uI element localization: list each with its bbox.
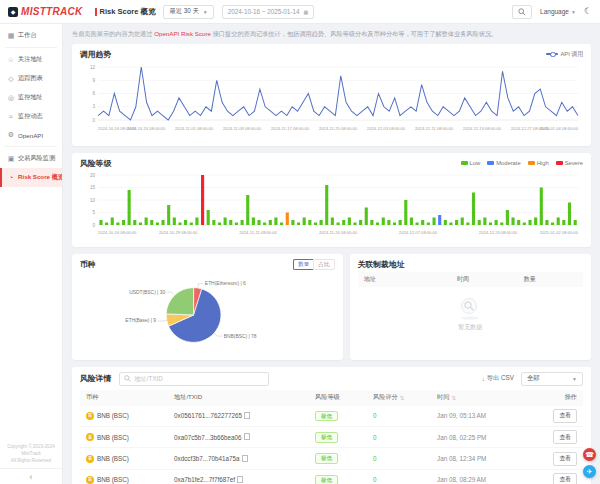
svg-text:2024-12-20 08:00:00: 2024-12-20 08:00:00 bbox=[479, 230, 518, 235]
mode-ratio-button[interactable]: 占比 bbox=[313, 259, 334, 270]
view-button[interactable]: 查看 bbox=[553, 409, 577, 423]
address-link[interactable]: 0xa07c5b7...3b66bea06 bbox=[174, 434, 242, 441]
address-cell: 0xa07c5b7...3b66bea06 bbox=[174, 434, 315, 441]
global-search-button[interactable] bbox=[512, 5, 532, 19]
details-table-body: BBNB (BSC)0x0561761...762277265极低0Jan 09… bbox=[80, 406, 583, 484]
risk-level-badge: 极低 bbox=[315, 432, 338, 443]
sidebar-divider bbox=[5, 47, 57, 48]
coin-cell: BBNB (BSC) bbox=[86, 412, 174, 420]
svg-text:0: 0 bbox=[93, 222, 96, 227]
sidebar-collapse-button[interactable]: ‹ bbox=[0, 468, 62, 484]
sidebar-item-label: 交易风险监测 bbox=[18, 154, 55, 163]
view-button[interactable]: 查看 bbox=[553, 473, 577, 484]
sanctioned-address-panel: 关联制裁地址 地址 时间 数量 暂无数据 bbox=[350, 254, 591, 360]
download-icon: ↓ bbox=[482, 376, 485, 382]
view-button[interactable]: 查看 bbox=[553, 452, 577, 466]
svg-text:2025-01-04 08:00:00: 2025-01-04 08:00:00 bbox=[540, 126, 579, 131]
sidebar-items: ▦工作台☆关注地址◇追踪图表◎监控地址≈监控动态⚙OpenAPI▣交易风险监测◔… bbox=[0, 24, 62, 441]
coin-icon: B bbox=[86, 412, 94, 420]
coin-cell: BBNB (BSC) bbox=[86, 455, 174, 463]
legend-swatch-icon bbox=[556, 161, 563, 165]
sort-icon[interactable]: ⇅ bbox=[451, 395, 456, 401]
coin-icon: B bbox=[86, 433, 94, 441]
risk-score: 0 bbox=[373, 455, 437, 462]
column-header: 操作 bbox=[531, 393, 577, 402]
currency-pie-chart: ETH(Ethereum) | 6BNB(BSC) | 78ETH(Base) … bbox=[80, 272, 335, 356]
dark-mode-toggle[interactable]: ☾ bbox=[584, 7, 592, 16]
sidebar-item-risk-score-overview[interactable]: ◔Risk Score 概览 bbox=[0, 168, 62, 187]
table-row: BBNB (BSC)0xa07c5b7...3b66bea06极低0Jan 08… bbox=[80, 427, 583, 448]
svg-text:BNB(BSC) | 78: BNB(BSC) | 78 bbox=[224, 333, 257, 338]
timestamp: Jan 08, 02:25 PM bbox=[437, 434, 531, 441]
mode-count-button[interactable]: 数量 bbox=[293, 259, 313, 270]
coin-name: BNB (BSC) bbox=[97, 412, 129, 419]
copy-icon[interactable] bbox=[243, 456, 247, 461]
legend-item-high[interactable]: High bbox=[528, 160, 549, 166]
risk-legend: LowModerateHighSevere bbox=[461, 160, 583, 166]
address-search-input[interactable] bbox=[134, 375, 264, 382]
column-header[interactable]: 风险评分⇅ bbox=[373, 393, 437, 402]
paper-plane-icon: ✈ bbox=[587, 468, 593, 476]
column-header[interactable]: 时间⇅ bbox=[437, 393, 531, 402]
brand-logo[interactable]: ◆ MISTTRACK bbox=[8, 6, 83, 17]
sort-icon[interactable]: ⇅ bbox=[400, 395, 405, 401]
address-link[interactable]: 0xa7b1fe2...7f7f687ef bbox=[174, 476, 235, 483]
chevron-down-icon: ▼ bbox=[571, 9, 576, 15]
column-label: 风险评分 bbox=[373, 393, 398, 402]
sidebar-item-workbench[interactable]: ▦工作台 bbox=[0, 26, 62, 45]
risk-level-badge: 极低 bbox=[315, 411, 338, 422]
table-row: BBNB (BSC)0xdccf3b7...70b41a75a极低0Jan 08… bbox=[80, 448, 583, 469]
risk-level-chart: 051015202024-10-16 08:00:002024-10-29 08… bbox=[80, 171, 583, 243]
sidebar-item-label: 监控动态 bbox=[18, 112, 43, 121]
timestamp: Jan 08, 08:29 AM bbox=[437, 476, 531, 483]
language-select[interactable]: Language ▼ bbox=[540, 8, 576, 15]
empty-illustration-icon bbox=[455, 295, 485, 321]
legend-item-low[interactable]: Low bbox=[461, 160, 481, 166]
export-csv-button[interactable]: ↓ 导出 CSV bbox=[482, 374, 514, 383]
view-button[interactable]: 查看 bbox=[553, 430, 577, 444]
topbar: ◆ MISTTRACK Risk Score 概览 最近 30 天 ▼ 2024… bbox=[0, 0, 600, 24]
date-range-picker[interactable]: 2024-10-16 ~ 2025-01-14 ▦ bbox=[222, 5, 314, 19]
copy-icon[interactable] bbox=[246, 413, 250, 418]
grid-icon: ▦ bbox=[7, 32, 15, 40]
risk-level-cell: 极低 bbox=[315, 453, 373, 464]
column-label: 币种 bbox=[86, 393, 98, 402]
legend-item-severe[interactable]: Severe bbox=[556, 160, 583, 166]
coin-cell: BBNB (BSC) bbox=[86, 476, 174, 484]
title-accent-bar bbox=[95, 8, 97, 16]
page-title: Risk Score 概览 bbox=[95, 7, 156, 17]
sidebar-item-label: OpenAPI bbox=[18, 132, 43, 139]
sidebar-item-monitor-address[interactable]: ◎监控地址 bbox=[0, 88, 62, 107]
sidebar-item-tracking-graph[interactable]: ◇追踪图表 bbox=[0, 69, 62, 88]
sidebar-item-label: 工作台 bbox=[18, 31, 37, 40]
svg-text:3: 3 bbox=[93, 104, 96, 109]
address-link[interactable]: 0x0561761...762277265 bbox=[174, 412, 242, 419]
svg-text:ETH(Ethereum) | 6: ETH(Ethereum) | 6 bbox=[205, 281, 246, 286]
filter-select[interactable]: 全部 ▼ bbox=[521, 372, 583, 386]
customer-service-button[interactable]: ☎ bbox=[583, 448, 596, 461]
phone-icon: ☎ bbox=[585, 451, 594, 459]
time-range-select[interactable]: 最近 30 天 ▼ bbox=[163, 5, 213, 19]
legend-item-moderate[interactable]: Moderate bbox=[487, 160, 521, 166]
sidebar-item-openapi[interactable]: ⚙OpenAPI bbox=[0, 126, 62, 144]
copyright: Copyright © 2023-2024 MistTrack All Righ… bbox=[0, 441, 62, 468]
notice-highlight: OpenAPI Risk Score bbox=[154, 30, 211, 37]
svg-text:6: 6 bbox=[93, 91, 96, 96]
legend-item-api[interactable]: API 调用 bbox=[546, 50, 583, 59]
sanctioned-table-header: 地址 时间 数量 bbox=[358, 272, 583, 287]
calendar-caret-icon: ▦ bbox=[303, 9, 308, 15]
table-row: BBNB (BSC)0xa7b1fe2...7f7f687ef极低0Jan 08… bbox=[80, 470, 583, 484]
address-link[interactable]: 0xdccf3b7...70b41a75a bbox=[174, 455, 239, 462]
sidebar-item-tx-risk-monitor[interactable]: ▣交易风险监测 bbox=[0, 149, 62, 168]
copy-icon[interactable] bbox=[239, 477, 243, 482]
address-search-box bbox=[119, 372, 269, 386]
sidebar-item-watch-address[interactable]: ☆关注地址 bbox=[0, 50, 62, 69]
telegram-button[interactable]: ✈ bbox=[583, 465, 596, 478]
panel-title: 风险详情 bbox=[80, 373, 111, 384]
risk-level-cell: 极低 bbox=[315, 475, 373, 484]
svg-text:12: 12 bbox=[90, 64, 96, 69]
sidebar-item-monitor-activity[interactable]: ≈监控动态 bbox=[0, 107, 62, 126]
panel-title: 关联制裁地址 bbox=[358, 259, 405, 270]
coin-name: BNB (BSC) bbox=[97, 455, 129, 462]
copy-icon[interactable] bbox=[246, 435, 250, 440]
